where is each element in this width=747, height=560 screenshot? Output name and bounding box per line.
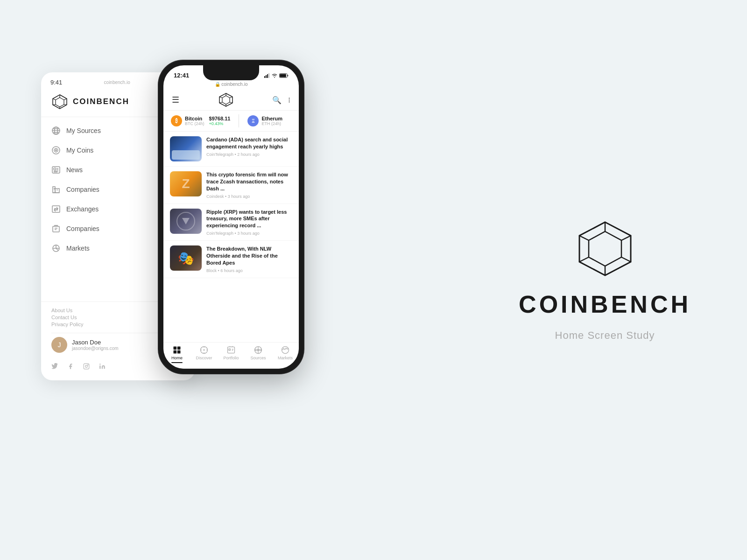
cardano-thumb [170, 136, 202, 161]
sources-icon [254, 345, 263, 355]
discover-label: Discover [196, 356, 212, 360]
sidebar-logo-text: COINBENCH [73, 97, 129, 106]
brand-name: COINBENCH [519, 290, 691, 318]
svg-point-15 [56, 150, 57, 151]
bitcoin-change: +0.43% [209, 121, 231, 126]
home-icon [172, 345, 182, 355]
news-item-zcash[interactable]: Z This crypto forensic firm will now tra… [163, 167, 299, 204]
instagram-icon[interactable] [83, 363, 90, 371]
status-icons [264, 73, 289, 78]
phone-notch [203, 65, 259, 80]
svg-rect-57 [177, 350, 181, 354]
news-item-cardano[interactable]: Cardano (ADA) search and social engageme… [163, 132, 299, 167]
bitcoin-price-info: $9768.11 +0.43% [209, 116, 231, 126]
cardano-title: Cardano (ADA) search and social engageme… [206, 136, 292, 150]
svg-line-78 [621, 257, 631, 262]
zcash-content: This crypto forensic firm will now trace… [206, 171, 292, 199]
bitcoin-price: $9768.11 [209, 116, 231, 121]
brand-subtitle: Home Screen Study [555, 329, 655, 342]
hamburger-icon[interactable]: ☰ [172, 95, 179, 105]
bitcoin-name: Bitcoin [185, 116, 204, 121]
news-item-xrp[interactable]: Ripple (XRP) wants to target less treasu… [163, 204, 299, 241]
ethereum-item[interactable]: Ξ Etherum ETH (24h) [247, 115, 282, 126]
svg-rect-55 [177, 347, 181, 350]
avatar: J [51, 337, 67, 353]
news-icon [51, 165, 61, 175]
sidebar-url: coinbench.io [62, 80, 172, 85]
zcash-title: This crypto forensic firm will now trace… [206, 171, 292, 192]
linkedin-icon[interactable] [99, 363, 106, 371]
coin-strip: ₿ Bitcoin BTC (24h) $9768.11 +0.43% Ξ Et… [163, 111, 299, 132]
svg-line-50 [230, 102, 233, 103]
twitter-icon[interactable] [51, 363, 58, 371]
wifi-icon [272, 73, 277, 78]
svg-rect-54 [174, 347, 177, 350]
svg-rect-41 [266, 75, 267, 78]
phone-url-bar: 🔒 coinbench.io [163, 81, 299, 90]
cardano-content: Cardano (ADA) search and social engageme… [206, 136, 292, 161]
zcash-meta: Coindesk • 3 hours ago [206, 194, 292, 199]
phone-url-text: coinbench.io [221, 82, 247, 87]
coin-icon [51, 146, 61, 155]
cardano-meta: CoinTelegraph • 2 hours ago [206, 152, 292, 157]
xrp-thumb [170, 209, 202, 234]
breakdown-title: The Breakdown, With NLW Otherside and th… [206, 245, 292, 266]
bitcoin-ticker: BTC (24h) [185, 121, 204, 126]
nav-discover[interactable]: Discover [194, 345, 214, 363]
lock-icon: 🔒 [215, 82, 220, 87]
svg-line-49 [230, 97, 233, 98]
svg-rect-43 [268, 73, 269, 78]
phone-nav-icons: 🔍 ⁝ [272, 96, 290, 105]
ethereum-info: Etherum ETH (24h) [261, 116, 282, 126]
svg-rect-45 [280, 74, 286, 77]
phone-logo-icon [218, 92, 233, 107]
svg-line-81 [579, 236, 589, 240]
svg-rect-38 [99, 365, 100, 369]
battery-icon [279, 73, 289, 78]
markets-icon [281, 345, 290, 355]
svg-marker-1 [56, 98, 64, 107]
globe-icon [51, 126, 61, 135]
svg-line-52 [219, 102, 222, 103]
phone-screen: 12:41 [163, 65, 299, 369]
svg-rect-23 [55, 189, 59, 193]
sidebar-time: 9:41 [50, 79, 62, 86]
search-icon[interactable]: 🔍 [272, 96, 282, 105]
phone-nav-bar: ☰ 🔍 ⁝ [163, 90, 299, 111]
nav-markets[interactable]: Markets [275, 345, 296, 363]
facebook-icon[interactable] [67, 363, 74, 371]
ethereum-icon: Ξ [247, 115, 259, 126]
active-indicator [171, 362, 183, 363]
bottom-nav: Home Discover [163, 342, 299, 369]
breakdown-content: The Breakdown, With NLW Otherside and th… [206, 245, 292, 273]
svg-line-6 [53, 105, 56, 105]
nav-sources[interactable]: Sources [248, 345, 268, 363]
bitcoin-icon: ₿ [171, 115, 182, 126]
svg-line-77 [621, 236, 631, 240]
news-item-breakdown[interactable]: 🎭 The Breakdown, With NLW Otherside and … [163, 241, 299, 278]
nav-portfolio[interactable]: Portfolio [221, 345, 241, 363]
portfolio-label: Portfolio [223, 356, 239, 360]
phone-time: 12:41 [174, 72, 189, 79]
svg-marker-47 [222, 96, 230, 105]
svg-marker-75 [589, 231, 621, 266]
markets-label: Markets [278, 356, 293, 360]
more-icon[interactable]: ⁝ [288, 96, 290, 105]
exchanges-icon [51, 204, 61, 214]
right-branding: COINBENCH Home Screen Study [519, 218, 691, 342]
svg-point-36 [85, 365, 88, 368]
svg-rect-27 [52, 206, 60, 212]
nav-home[interactable]: Home [167, 345, 187, 363]
bitcoin-item[interactable]: ₿ Bitcoin BTC (24h) $9768.11 +0.43% [171, 115, 230, 126]
home-label: Home [171, 356, 183, 360]
breakdown-thumb: 🎭 [170, 245, 202, 271]
svg-line-7 [53, 99, 56, 100]
svg-rect-56 [174, 350, 177, 354]
svg-point-13 [52, 147, 60, 154]
xrp-content: Ripple (XRP) wants to target less treasu… [206, 209, 292, 236]
ethereum-name: Etherum [261, 116, 282, 121]
svg-point-37 [88, 364, 88, 365]
divider [239, 114, 239, 127]
discover-icon [199, 345, 209, 355]
sidebar-logo: COINBENCH [51, 93, 129, 110]
